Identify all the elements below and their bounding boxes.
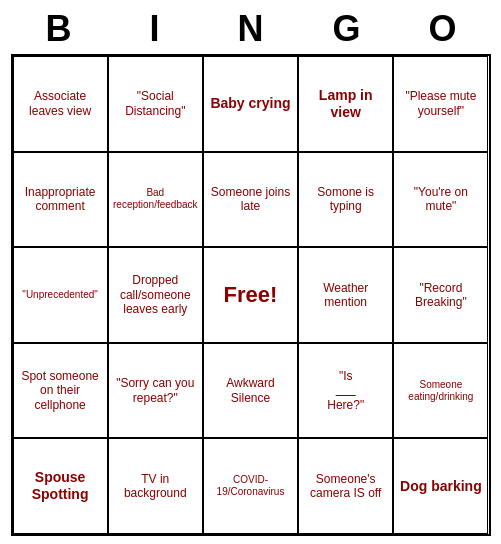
bingo-cell-r2c1: Inappropriate comment [13, 152, 108, 248]
cell-text: COVID-19/Coronavirus [207, 474, 294, 498]
cell-text: "Sorry can you repeat?" [112, 376, 199, 405]
title-letter: O [419, 8, 467, 50]
title-letter: B [35, 8, 83, 50]
cell-text: Spot someone on their cellphone [17, 369, 104, 412]
bingo-cell-r5c5: Dog barking [393, 438, 488, 534]
bingo-cell-r2c4: Somone is typing [298, 152, 393, 248]
cell-text: Bad reception/feedback [112, 187, 199, 211]
cell-text: Someone joins late [207, 185, 294, 214]
bingo-cell-r5c4: Someone's camera IS off [298, 438, 393, 534]
bingo-cell-r3c1: "Unprecedented" [13, 247, 108, 343]
cell-text: Somone is typing [302, 185, 389, 214]
cell-text: "Is Here?" [327, 369, 364, 412]
cell-text: Dog barking [400, 478, 482, 495]
bingo-cell-r4c3: Awkward Silence [203, 343, 298, 439]
bingo-cell-r3c5: "Record Breaking" [393, 247, 488, 343]
bingo-title: BINGO [11, 8, 491, 50]
bingo-cell-r1c3: Baby crying [203, 56, 298, 152]
cell-text: Lamp in view [302, 87, 389, 121]
bingo-cell-r4c5: Someone eating/drinking [393, 343, 488, 439]
cell-text: "Social Distancing" [112, 89, 199, 118]
cell-text: Weather mention [302, 281, 389, 310]
cell-text: Spouse Spotting [17, 469, 104, 503]
bingo-cell-r4c4: "Is Here?" [298, 343, 393, 439]
cell-text: Dropped call/someone leaves early [112, 273, 199, 316]
cell-text: Associate leaves view [17, 89, 104, 118]
bingo-cell-r2c5: "You're on mute" [393, 152, 488, 248]
bingo-cell-r4c2: "Sorry can you repeat?" [108, 343, 203, 439]
title-letter: G [323, 8, 371, 50]
bingo-cell-r2c2: Bad reception/feedback [108, 152, 203, 248]
bingo-cell-r5c3: COVID-19/Coronavirus [203, 438, 298, 534]
cell-text: Awkward Silence [207, 376, 294, 405]
bingo-cell-r5c1: Spouse Spotting [13, 438, 108, 534]
cell-text: Free! [224, 282, 278, 308]
bingo-cell-r3c2: Dropped call/someone leaves early [108, 247, 203, 343]
title-letter: N [227, 8, 275, 50]
cell-text: "You're on mute" [397, 185, 484, 214]
bingo-cell-r1c1: Associate leaves view [13, 56, 108, 152]
cell-text: Inappropriate comment [17, 185, 104, 214]
title-letter: I [131, 8, 179, 50]
bingo-cell-r1c5: "Please mute yourself" [393, 56, 488, 152]
cell-text: TV in background [112, 472, 199, 501]
bingo-cell-r4c1: Spot someone on their cellphone [13, 343, 108, 439]
cell-text: Baby crying [210, 95, 290, 112]
bingo-cell-r5c2: TV in background [108, 438, 203, 534]
bingo-cell-r2c3: Someone joins late [203, 152, 298, 248]
bingo-grid: Associate leaves view"Social Distancing"… [11, 54, 491, 536]
bingo-cell-r3c4: Weather mention [298, 247, 393, 343]
bingo-cell-r1c4: Lamp in view [298, 56, 393, 152]
cell-text: "Unprecedented" [22, 289, 97, 301]
bingo-cell-r1c2: "Social Distancing" [108, 56, 203, 152]
cell-text: "Record Breaking" [397, 281, 484, 310]
cell-text: "Please mute yourself" [397, 89, 484, 118]
cell-text: Someone eating/drinking [397, 379, 484, 403]
bingo-cell-r3c3: Free! [203, 247, 298, 343]
cell-text: Someone's camera IS off [302, 472, 389, 501]
